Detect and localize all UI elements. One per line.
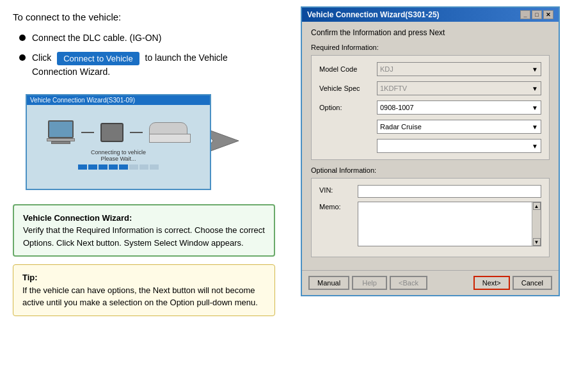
connector-line-1 <box>81 132 94 133</box>
note-body: Verify that the Required Information is … <box>23 225 265 248</box>
scrollbar-up-button[interactable]: ▲ <box>533 202 541 210</box>
screenshot-status: Connecting to vehicle Please Wait... <box>78 149 159 170</box>
next-button[interactable]: Next> <box>473 276 510 290</box>
dialog-title: Vehicle Connection Wizard(S301-25) <box>307 10 440 19</box>
back-button[interactable]: <Back <box>390 276 427 290</box>
model-code-row: Model Code KDJ ▼ <box>319 62 541 76</box>
required-section: Model Code KDJ ▼ Vehicle Spec 1KDFTV ▼ <box>311 55 550 160</box>
option1-label: Option: <box>319 104 377 111</box>
note-box: Vehicle Connection Wizard: Verify that t… <box>13 204 275 257</box>
cancel-button[interactable]: Cancel <box>513 276 552 290</box>
option3-row: ▼ <box>319 139 541 153</box>
vin-label: VIN: <box>319 185 358 194</box>
tip-title: Tip: <box>22 273 38 282</box>
titlebar-buttons: _ □ ✕ <box>520 10 553 19</box>
model-code-arrow: ▼ <box>532 66 538 73</box>
option2-arrow: ▼ <box>532 124 538 131</box>
manual-button[interactable]: Manual <box>308 276 349 290</box>
pc-screen <box>48 120 74 138</box>
vehicle-spec-arrow: ▼ <box>532 85 538 92</box>
prog-8 <box>150 164 159 170</box>
bullet-click-text1: Click <box>32 52 51 63</box>
bullet-dot-2 <box>19 54 26 61</box>
option3-select[interactable]: ▼ <box>377 139 541 153</box>
vin-row: VIN: <box>319 185 541 198</box>
vehicle-spec-select[interactable]: 1KDFTV ▼ <box>377 81 541 95</box>
option2-row: Radar Cruise ▼ <box>319 120 541 134</box>
car-container <box>149 122 191 143</box>
dialog-footer: Manual Help <Back Next> Cancel <box>302 270 559 295</box>
prog-2 <box>88 164 97 170</box>
screenshot-title: Vehicle Connection Wizard(S301-09) <box>27 95 210 105</box>
memo-input[interactable]: ▲ ▼ <box>358 202 541 246</box>
prog-1 <box>78 164 87 170</box>
progress-bar <box>78 164 159 170</box>
bullet-click: Click Connect to Vehicle to launch the V… <box>19 51 275 79</box>
maximize-button[interactable]: □ <box>532 10 542 19</box>
note-title-text: Vehicle Connection Wizard <box>23 213 129 223</box>
arrow-icon <box>203 122 255 160</box>
optional-label: Optional Information: <box>311 166 550 174</box>
bullet-click-content: Click Connect to Vehicle to launch the V… <box>32 51 275 79</box>
scrollbar-down-button[interactable]: ▼ <box>533 238 541 246</box>
left-panel: To connect to the vehicle: Connect the D… <box>0 0 288 368</box>
dialog-subtitle: Confirm the Information and press Next <box>311 28 550 37</box>
arrow-container <box>203 122 255 162</box>
vin-input[interactable] <box>358 185 541 198</box>
device-box <box>100 123 123 142</box>
model-code-value: KDJ <box>380 65 393 73</box>
bullet-dlc: Connect the DLC cable. (IG-ON) <box>19 31 275 45</box>
required-label: Required Information: <box>311 44 550 51</box>
option1-select[interactable]: 0908-1007 ▼ <box>377 100 541 115</box>
pc-stand <box>51 141 70 144</box>
option2-select[interactable]: Radar Cruise ▼ <box>377 120 541 134</box>
prog-5 <box>119 164 128 170</box>
wizard-screenshot: Vehicle Connection Wizard(S301-09) <box>26 94 211 190</box>
tip-box: Tip: If the vehicle can have options, th… <box>13 264 275 316</box>
prog-3 <box>99 164 107 170</box>
tip-body: If the vehicle can have options, the Nex… <box>22 285 258 308</box>
optional-section: VIN: Memo: ▲ ▼ <box>311 178 550 257</box>
option3-arrow: ▼ <box>532 143 538 150</box>
vehicle-connection-dialog: Vehicle Connection Wizard(S301-25) _ □ ✕… <box>301 6 560 296</box>
prog-7 <box>139 164 148 170</box>
dialog-titlebar: Vehicle Connection Wizard(S301-25) _ □ ✕ <box>302 8 559 22</box>
prog-4 <box>109 164 118 170</box>
minimize-button[interactable]: _ <box>520 10 530 19</box>
car-top <box>149 122 187 135</box>
intro-text: To connect to the vehicle: <box>13 12 275 22</box>
close-button[interactable]: ✕ <box>543 10 553 19</box>
bullet-dot-1 <box>19 35 26 41</box>
connecting-text: Connecting to vehicle <box>78 149 159 156</box>
pc-icon <box>47 120 75 144</box>
memo-row: Memo: ▲ ▼ <box>319 202 541 246</box>
memo-label: Memo: <box>319 202 358 211</box>
note-title: Vehicle Connection Wizard: <box>23 213 132 223</box>
bullet-dlc-text: Connect the DLC cable. (IG-ON) <box>32 31 161 45</box>
prog-6 <box>129 164 138 170</box>
connector-line-2 <box>130 132 143 133</box>
please-wait-text: Please Wait... <box>78 156 159 162</box>
screenshot-content <box>47 120 191 144</box>
model-code-select[interactable]: KDJ ▼ <box>377 62 541 76</box>
help-button[interactable]: Help <box>352 276 387 290</box>
vehicle-spec-value: 1KDFTV <box>380 84 407 92</box>
vehicle-spec-row: Vehicle Spec 1KDFTV ▼ <box>319 81 541 95</box>
memo-scrollbar[interactable]: ▲ ▼ <box>532 202 541 246</box>
dialog-body: Confirm the Information and press Next R… <box>302 22 559 270</box>
bullet-list: Connect the DLC cable. (IG-ON) Click Con… <box>19 31 275 79</box>
option1-arrow: ▼ <box>532 104 538 111</box>
option1-value: 0908-1007 <box>380 104 414 111</box>
right-panel: Vehicle Connection Wizard(S301-25) _ □ ✕… <box>288 0 588 368</box>
wizard-screenshot-wrapper: Vehicle Connection Wizard(S301-09) <box>13 88 198 196</box>
vehicle-spec-label: Vehicle Spec <box>319 84 377 92</box>
option1-row: Option: 0908-1007 ▼ <box>319 100 541 115</box>
model-code-label: Model Code <box>319 65 377 73</box>
connect-to-vehicle-button[interactable]: Connect to Vehicle <box>57 52 139 65</box>
option2-value: Radar Cruise <box>380 123 422 131</box>
car-body <box>149 134 191 143</box>
